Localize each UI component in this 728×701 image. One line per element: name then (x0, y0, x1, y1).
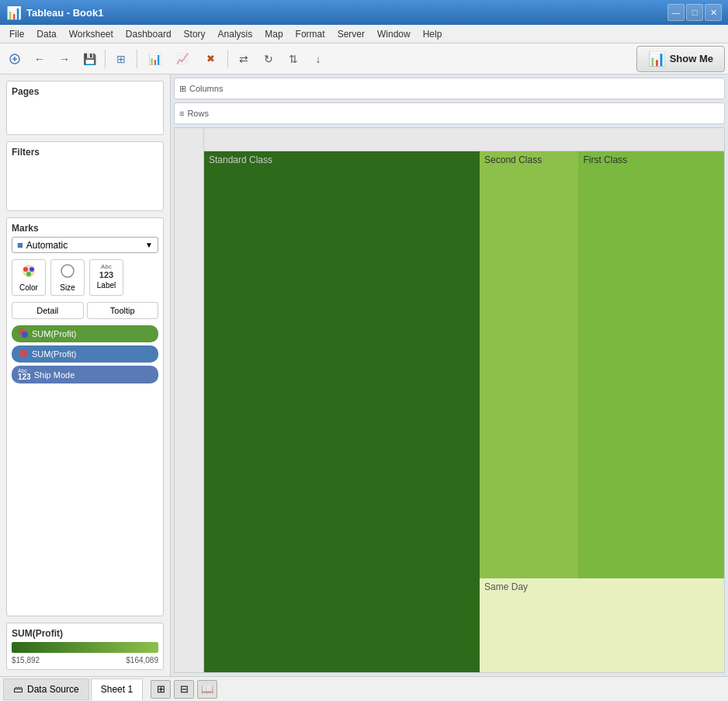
left-panel: Pages Filters Marks ■ Automatic ▼ (0, 75, 171, 676)
save-button[interactable]: 💾 (78, 47, 101, 71)
datasource-tab[interactable]: 🗃 Data Source (3, 678, 89, 700)
menu-worksheet[interactable]: Worksheet (63, 25, 120, 43)
svg-point-7 (22, 331, 28, 338)
toolbar: ← → 💾 ⊞ 📊 📈 ✖ ⇄ ↻ ⇅ ↓ 📊 Show Me (0, 43, 728, 75)
shipmode-label-pill[interactable]: Abc 123 Ship Mode (12, 366, 158, 383)
same-day-label: Same Day (484, 581, 528, 592)
menu-dashboard[interactable]: Dashboard (120, 25, 178, 43)
svg-point-5 (61, 265, 74, 277)
maximize-button[interactable]: □ (686, 4, 703, 21)
filter-button[interactable]: ↓ (307, 47, 330, 71)
tooltip-button[interactable]: Tooltip (87, 302, 159, 319)
same-day-cell: Same Day (480, 578, 724, 672)
forward-button[interactable]: → (53, 47, 76, 71)
columns-label: Columns (189, 84, 223, 93)
legend-color-bar (12, 642, 158, 653)
new-worksheet-button[interactable]: ⊞ (151, 680, 171, 699)
refresh-icon: ↻ (264, 53, 273, 65)
label-label: Label (97, 281, 116, 290)
size-icon (60, 263, 75, 282)
new-story-button[interactable]: 📖 (197, 680, 217, 699)
profit-size-pill[interactable]: SUM(Profit) (12, 345, 158, 363)
size-pill-icon (18, 348, 29, 360)
filters-title: Filters (12, 147, 158, 158)
menu-analysis[interactable]: Analysis (212, 25, 259, 43)
swap-button[interactable]: ⇄ (232, 47, 255, 71)
label-icon: Abc 123 (99, 263, 113, 279)
chart3-button[interactable]: ✖ (197, 47, 224, 71)
pages-section: Pages (6, 81, 164, 135)
chart2-button[interactable]: 📈 (169, 47, 196, 71)
menu-story[interactable]: Story (178, 25, 212, 43)
marks-type-label: Automatic (26, 240, 68, 251)
first-class-label: First Class (583, 154, 627, 165)
swap-icon: ⇄ (239, 53, 248, 65)
menu-format[interactable]: Format (289, 25, 331, 43)
profit-size-label: SUM(Profit) (32, 349, 76, 359)
detail-button[interactable]: Detail (12, 302, 84, 319)
sheet-action-buttons: ⊞ ⊟ 📖 (151, 680, 217, 699)
color-label: Color (19, 283, 38, 292)
close-button[interactable]: ✕ (705, 4, 722, 21)
svg-point-8 (19, 349, 27, 357)
label-pill-icon: Abc 123 (18, 368, 31, 381)
svg-point-3 (29, 267, 34, 272)
menu-help[interactable]: Help (417, 25, 449, 43)
svg-point-4 (26, 272, 31, 276)
menu-server[interactable]: Server (331, 25, 371, 43)
forward-icon: → (59, 53, 70, 65)
marks-section: Marks ■ Automatic ▼ Color (6, 217, 164, 616)
profit-color-pill[interactable]: SUM(Profit) (12, 325, 158, 342)
rows-shelf[interactable]: ≡ Rows (174, 102, 725, 124)
back-icon: ← (34, 53, 45, 65)
filter-icon: ↓ (316, 53, 321, 65)
main-layout: Pages Filters Marks ■ Automatic ▼ (0, 75, 728, 676)
color-mark-button[interactable]: Color (12, 259, 46, 296)
separator-2 (137, 50, 137, 68)
color-pill-icon (18, 328, 29, 340)
size-circle-icon (60, 263, 75, 279)
rows-label: Rows (187, 109, 209, 118)
new-worksheet-icon: ⊞ (157, 683, 165, 695)
minimize-button[interactable]: — (667, 4, 685, 21)
size-mark-button[interactable]: Size (50, 259, 85, 296)
chart-button[interactable]: 📊 (141, 47, 168, 71)
new-datasource-button[interactable]: ⊞ (109, 47, 133, 71)
legend-title: SUM(Profit) (12, 628, 158, 639)
bottom-bar: 🗃 Data Source Sheet 1 ⊞ ⊟ 📖 (0, 676, 728, 701)
window-title: Tableau - Book1 (26, 7, 103, 19)
color-icon (21, 263, 36, 282)
show-me-label: Show Me (670, 53, 713, 64)
color-palette-icon (21, 263, 36, 279)
app-icon: 📊 (6, 5, 22, 20)
home-icon (9, 53, 21, 65)
columns-shelf[interactable]: ⊞ Columns (174, 78, 725, 99)
show-me-button[interactable]: 📊 Show Me (636, 46, 725, 72)
new-dashboard-button[interactable]: ⊟ (174, 680, 194, 699)
new-story-icon: 📖 (201, 683, 213, 695)
back-button[interactable]: ← (28, 47, 51, 71)
sheet1-tab[interactable]: Sheet 1 (91, 678, 143, 700)
legend-section: SUM(Profit) $15,892 $164,089 (6, 623, 164, 670)
datasource-tab-label: Data Source (27, 684, 79, 695)
show-me-chart-icon: 📊 (648, 50, 665, 68)
shipmode-label: Ship Mode (34, 370, 75, 380)
title-bar: 📊 Tableau - Book1 — □ ✕ (0, 0, 728, 25)
marks-detail-row: Detail Tooltip (12, 302, 158, 319)
marks-type-dropdown[interactable]: ■ Automatic ▼ (12, 237, 158, 253)
menu-file[interactable]: File (3, 25, 30, 43)
menu-bar: File Data Worksheet Dashboard Story Anal… (0, 25, 728, 43)
refresh-button[interactable]: ↻ (257, 47, 280, 71)
new-dashboard-icon: ⊟ (180, 683, 189, 695)
menu-map[interactable]: Map (258, 25, 289, 43)
standard-class-label: Standard Class (209, 154, 272, 165)
datasource-icon: ⊞ (116, 53, 126, 65)
window-controls[interactable]: — □ ✕ (667, 4, 722, 21)
sort-button[interactable]: ⇅ (282, 47, 305, 71)
home-button[interactable] (3, 47, 26, 71)
menu-window[interactable]: Window (371, 25, 417, 43)
menu-data[interactable]: Data (30, 25, 62, 43)
first-class-cell: First Class (578, 151, 724, 578)
datasource-tab-icon: 🗃 (13, 684, 23, 695)
label-mark-button[interactable]: Abc 123 Label (89, 259, 123, 296)
